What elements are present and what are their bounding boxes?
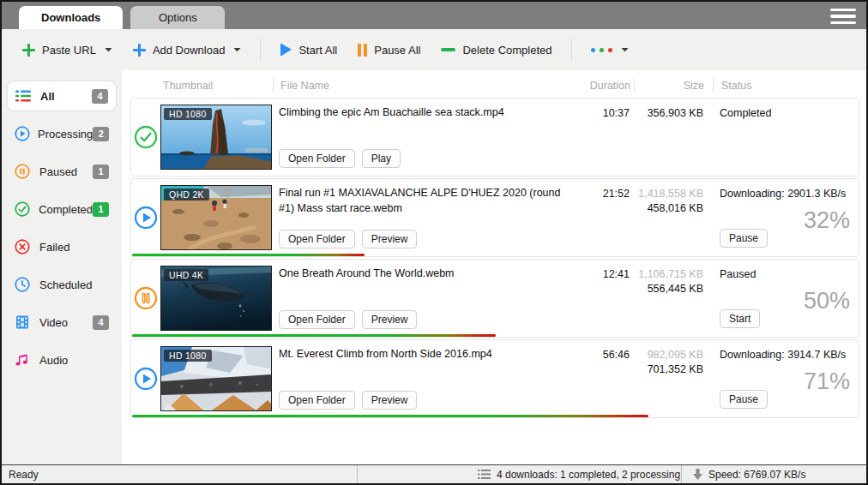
- sidebar-item-failed[interactable]: Failed: [7, 231, 117, 262]
- count-badge: 2: [93, 127, 109, 141]
- sidebar-item-processing[interactable]: Processing 2: [7, 118, 117, 149]
- play-circle-icon: [15, 126, 30, 141]
- open-folder-button[interactable]: Open Folder: [279, 391, 355, 410]
- three-dots-menu-icon: [591, 48, 612, 52]
- sidebar-item-label: Scheduled: [39, 278, 92, 291]
- sidebar-item-video[interactable]: Video 4: [7, 307, 117, 338]
- paste-url-button[interactable]: Paste URL: [14, 39, 121, 62]
- x-circle-icon: [15, 239, 32, 254]
- header-duration: Duration: [583, 78, 630, 93]
- pause-circle-icon: [131, 260, 160, 337]
- pause-button[interactable]: Pause: [720, 229, 768, 248]
- download-row[interactable]: UHD 4K One Breath Around The World.webm …: [130, 259, 859, 338]
- chevron-down-icon: [621, 47, 629, 52]
- download-row[interactable]: HD 1080 Mt. Everest Climb from North Sid…: [130, 339, 859, 418]
- duration-value: 10:37: [582, 99, 630, 176]
- video-thumbnail: HD 1080: [160, 105, 272, 170]
- plus-icon: [133, 44, 146, 57]
- duration-value: 12:41: [582, 260, 630, 337]
- check-circle-icon: [15, 201, 31, 217]
- size-total: 1,418,558 KB: [633, 188, 703, 200]
- sidebar-item-paused[interactable]: Paused 1: [7, 156, 117, 187]
- sidebar-item-label: Processing: [38, 128, 93, 141]
- preview-button[interactable]: Preview: [362, 391, 418, 410]
- sidebar-item-label: All: [40, 90, 55, 103]
- download-arrow-icon: [692, 469, 703, 481]
- table-header: Thumbnail File Name Duration Size Status: [130, 75, 859, 96]
- size-downloaded: 556,445 KB: [633, 283, 703, 295]
- paste-url-label: Paste URL: [42, 44, 96, 57]
- file-name: Mt. Everest Climb from North Side 2016.m…: [279, 347, 576, 362]
- sidebar-item-label: Completed: [39, 203, 93, 216]
- plus-icon: [22, 44, 35, 57]
- status-text: Downloading: 2901.3 KB/s: [720, 188, 859, 200]
- pause-circle-icon: [15, 164, 32, 179]
- tab-options[interactable]: Options: [130, 6, 225, 29]
- download-row[interactable]: QHD 2K Final run #1 MAXIAVALANCHE ALPE D…: [130, 178, 859, 257]
- video-thumbnail: QHD 2K: [160, 185, 272, 250]
- open-folder-button[interactable]: Open Folder: [279, 149, 355, 168]
- sidebar-item-label: Failed: [39, 241, 69, 254]
- file-name: One Breath Around The World.webm: [279, 266, 576, 282]
- progress-bar: [132, 415, 648, 417]
- sidebar-item-label: Video: [39, 316, 68, 329]
- count-badge: 4: [93, 315, 109, 330]
- sidebar-item-all[interactable]: All 4: [7, 81, 117, 111]
- file-name: Climbing the epic Am Buachaille sea stac…: [279, 105, 576, 121]
- add-download-button[interactable]: Add Download: [124, 39, 250, 62]
- list-icon: [478, 469, 491, 480]
- status-ready: Ready: [2, 469, 357, 481]
- sidebar-item-label: Audio: [39, 354, 68, 367]
- open-folder-button[interactable]: Open Folder: [279, 310, 355, 329]
- header-thumbnail: Thumbnail: [160, 80, 273, 92]
- pause-all-button[interactable]: Pause All: [349, 39, 429, 62]
- clock-icon: [15, 277, 32, 292]
- count-badge: 1: [93, 165, 109, 179]
- progress-percent: 71%: [804, 368, 850, 395]
- status-text: Completed: [720, 107, 859, 119]
- pause-icon: [358, 44, 367, 57]
- size-total: 982,095 KB: [633, 349, 703, 361]
- quality-badge: UHD 4K: [164, 269, 208, 281]
- header-file-name: File Name: [273, 78, 583, 93]
- status-text: Downloading: 3914.7 KB/s: [720, 349, 859, 361]
- delete-completed-button[interactable]: Delete Completed: [432, 39, 560, 62]
- size-downloaded: 701,352 KB: [633, 363, 703, 375]
- pause-button[interactable]: Pause: [720, 390, 768, 409]
- titlebar: Downloads Options: [2, 2, 866, 29]
- video-thumbnail: HD 1080: [160, 346, 272, 411]
- count-badge: 1: [93, 202, 109, 217]
- duration-value: 21:52: [582, 179, 630, 256]
- tab-downloads[interactable]: Downloads: [19, 6, 123, 29]
- chevron-down-icon: [233, 47, 241, 52]
- sidebar-item-scheduled[interactable]: Scheduled: [7, 269, 117, 300]
- download-row[interactable]: HD 1080 Climbing the epic Am Buachaille …: [130, 98, 859, 177]
- multicolor-list-icon: [15, 88, 33, 104]
- start-all-button[interactable]: Start All: [271, 38, 346, 62]
- preview-button[interactable]: Preview: [362, 310, 418, 329]
- progress-percent: 50%: [804, 288, 850, 314]
- hamburger-menu-icon[interactable]: [830, 9, 856, 24]
- downloads-summary: 4 downloads: 1 completed, 2 processing: [497, 469, 680, 481]
- size-total: 1,106,715 KB: [633, 268, 703, 280]
- sidebar-item-audio[interactable]: Audio: [7, 344, 117, 375]
- sidebar-item-label: Paused: [39, 165, 77, 178]
- app-window: Downloads Options Paste URL Add Download: [0, 0, 868, 485]
- start-button[interactable]: Start: [720, 309, 760, 328]
- chevron-down-icon: [105, 47, 112, 52]
- more-menu-button[interactable]: [582, 42, 637, 57]
- file-name: Final run #1 MAXIAVALANCHE ALPE D'HUEZ 2…: [279, 186, 576, 216]
- play-circle-icon: [131, 179, 160, 256]
- toolbar-separator: [260, 39, 261, 61]
- size-downloaded: 458,016 KB: [633, 202, 703, 214]
- preview-button[interactable]: Preview: [362, 230, 418, 248]
- play-circle-icon: [131, 340, 160, 417]
- pause-all-label: Pause All: [374, 44, 420, 57]
- duration-value: 56:46: [582, 340, 630, 417]
- toolbar-separator: [571, 39, 572, 61]
- play-button[interactable]: Play: [362, 149, 401, 168]
- speed-value: Speed: 6769.07 KB/s: [708, 469, 805, 481]
- add-download-label: Add Download: [153, 44, 226, 57]
- open-folder-button[interactable]: Open Folder: [279, 230, 355, 248]
- sidebar-item-completed[interactable]: Completed 1: [7, 194, 117, 225]
